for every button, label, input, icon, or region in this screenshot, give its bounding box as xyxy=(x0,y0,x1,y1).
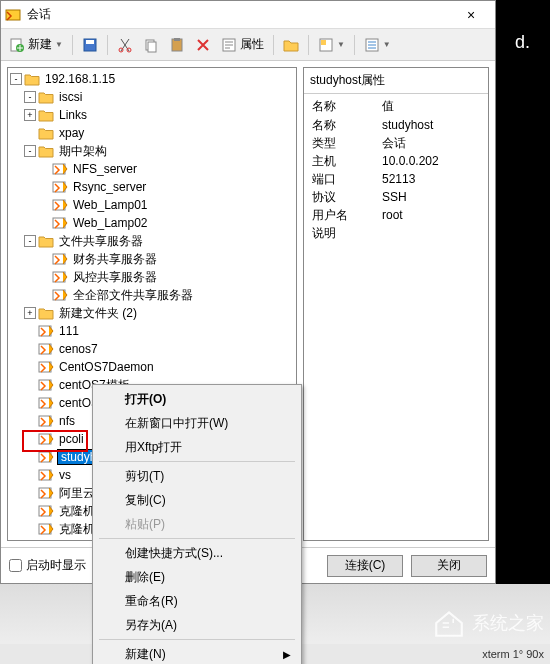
close-button[interactable]: 关闭 xyxy=(411,555,487,577)
tree-label[interactable]: 期中架构 xyxy=(57,143,109,160)
folder-icon xyxy=(38,90,54,104)
session-icon xyxy=(38,342,54,356)
tree-item[interactable]: +新建文件夹 (2) xyxy=(10,304,294,322)
expand-icon[interactable]: - xyxy=(24,235,36,247)
session-icon xyxy=(52,162,68,176)
tree-item[interactable]: Web_Lamp01 xyxy=(10,196,294,214)
tree-item[interactable]: xpay xyxy=(10,124,294,142)
delete-button[interactable] xyxy=(191,35,215,55)
menu-separator xyxy=(99,461,295,462)
prop-row: 说明 xyxy=(312,224,480,242)
session-icon xyxy=(38,450,54,464)
prop-key: 端口 xyxy=(312,171,382,188)
prop-key: 类型 xyxy=(312,135,382,152)
tree-label[interactable]: Web_Lamp01 xyxy=(71,198,150,212)
tree-label[interactable]: 克隆机 xyxy=(57,521,97,538)
session-icon xyxy=(38,522,54,536)
props-button[interactable]: 属性 xyxy=(217,34,268,55)
tree-label[interactable]: cenos7 xyxy=(57,342,100,356)
tree-label[interactable]: Links xyxy=(57,108,89,122)
tree-label[interactable]: Rsync_server xyxy=(71,180,148,194)
chevron-down-icon: ▼ xyxy=(337,40,345,49)
prop-row: 协议SSH xyxy=(312,188,480,206)
tree-label[interactable]: 财务共享服务器 xyxy=(71,251,159,268)
tree-label[interactable]: NFS_server xyxy=(71,162,139,176)
tree-label[interactable]: xpay xyxy=(57,126,86,140)
tree-label[interactable]: CentOS7Daemon xyxy=(57,360,156,374)
tree-item[interactable]: 风控共享服务器 xyxy=(10,268,294,286)
session-icon xyxy=(38,432,54,446)
menu-item[interactable]: 创建快捷方式(S)... xyxy=(95,541,299,565)
tree-label[interactable]: 克隆机 xyxy=(57,503,97,520)
close-button[interactable]: × xyxy=(451,2,491,28)
tree-item[interactable]: -文件共享服务器 xyxy=(10,232,294,250)
tree-item[interactable]: 全企部文件共享服务器 xyxy=(10,286,294,304)
new-button[interactable]: 新建 ▼ xyxy=(5,34,67,55)
separator xyxy=(107,35,108,55)
menu-item[interactable]: 删除(E) xyxy=(95,565,299,589)
folder-icon xyxy=(24,72,40,86)
status-right: xterm 1° 90x xyxy=(482,648,544,660)
tree-item[interactable]: 财务共享服务器 xyxy=(10,250,294,268)
tree-item[interactable]: Web_Lamp02 xyxy=(10,214,294,232)
checkbox-input[interactable] xyxy=(9,559,22,572)
prop-val: root xyxy=(382,208,480,222)
tree-label[interactable]: 111 xyxy=(57,324,81,338)
prop-key: 说明 xyxy=(312,225,382,242)
tree-item[interactable]: 111 xyxy=(10,322,294,340)
prop-key: 协议 xyxy=(312,189,382,206)
tree-root[interactable]: -192.168.1.15 xyxy=(10,70,294,88)
tree-item[interactable]: -iscsi xyxy=(10,88,294,106)
list-button[interactable]: ▼ xyxy=(360,35,395,55)
tree-label[interactable]: vs xyxy=(57,468,73,482)
expand-icon[interactable]: + xyxy=(24,109,36,121)
session-icon xyxy=(38,540,54,541)
menu-item[interactable]: 复制(C) xyxy=(95,488,299,512)
svg-point-5 xyxy=(119,48,123,52)
tree-label[interactable]: 192.168.1.15 xyxy=(43,72,117,86)
prop-val: SSH xyxy=(382,190,480,204)
menu-item[interactable]: 新建(N)▶ xyxy=(95,642,299,664)
prop-row: 名称studyhost xyxy=(312,116,480,134)
folder-button[interactable] xyxy=(279,35,303,55)
copy-button[interactable] xyxy=(139,35,163,55)
tree-item[interactable]: CentOS7Daemon xyxy=(10,358,294,376)
expand-icon[interactable]: + xyxy=(24,307,36,319)
expand-icon[interactable]: - xyxy=(10,73,22,85)
save-button[interactable] xyxy=(78,35,102,55)
paste-button[interactable] xyxy=(165,35,189,55)
tree-label[interactable]: 模板机 xyxy=(57,539,97,542)
tree-item[interactable]: NFS_server xyxy=(10,160,294,178)
separator xyxy=(72,35,73,55)
menu-item[interactable]: 剪切(T) xyxy=(95,464,299,488)
tree-label[interactable]: 全企部文件共享服务器 xyxy=(71,287,195,304)
tree-item[interactable]: cenos7 xyxy=(10,340,294,358)
prop-val: 会话 xyxy=(382,135,480,152)
tree-item[interactable]: +Links xyxy=(10,106,294,124)
expand-icon[interactable]: - xyxy=(24,91,36,103)
startup-checkbox[interactable]: 启动时显示 xyxy=(9,557,86,574)
session-icon xyxy=(38,504,54,518)
menu-item[interactable]: 在新窗口中打开(W) xyxy=(95,411,299,435)
svg-rect-13 xyxy=(321,40,326,45)
tree-label[interactable]: iscsi xyxy=(57,90,84,104)
tree-label[interactable]: 文件共享服务器 xyxy=(57,233,145,250)
tree-item[interactable]: Rsync_server xyxy=(10,178,294,196)
tree-label[interactable]: nfs xyxy=(57,414,77,428)
tree-label[interactable]: 风控共享服务器 xyxy=(71,269,159,286)
tree-label[interactable]: 阿里云 xyxy=(57,485,97,502)
tree-label[interactable]: pcoli xyxy=(57,432,86,446)
cut-button[interactable] xyxy=(113,35,137,55)
view-button[interactable]: ▼ xyxy=(314,35,349,55)
connect-button[interactable]: 连接(C) xyxy=(327,555,403,577)
menu-item[interactable]: 打开(O) xyxy=(95,387,299,411)
prop-row: 类型会话 xyxy=(312,134,480,152)
menu-item[interactable]: 另存为(A) xyxy=(95,613,299,637)
tree-label[interactable]: 新建文件夹 (2) xyxy=(57,305,139,322)
expand-icon[interactable]: - xyxy=(24,145,36,157)
menu-item[interactable]: 重命名(R) xyxy=(95,589,299,613)
chevron-down-icon: ▼ xyxy=(383,40,391,49)
tree-label[interactable]: Web_Lamp02 xyxy=(71,216,150,230)
menu-item[interactable]: 用Xftp打开 xyxy=(95,435,299,459)
tree-item[interactable]: -期中架构 xyxy=(10,142,294,160)
